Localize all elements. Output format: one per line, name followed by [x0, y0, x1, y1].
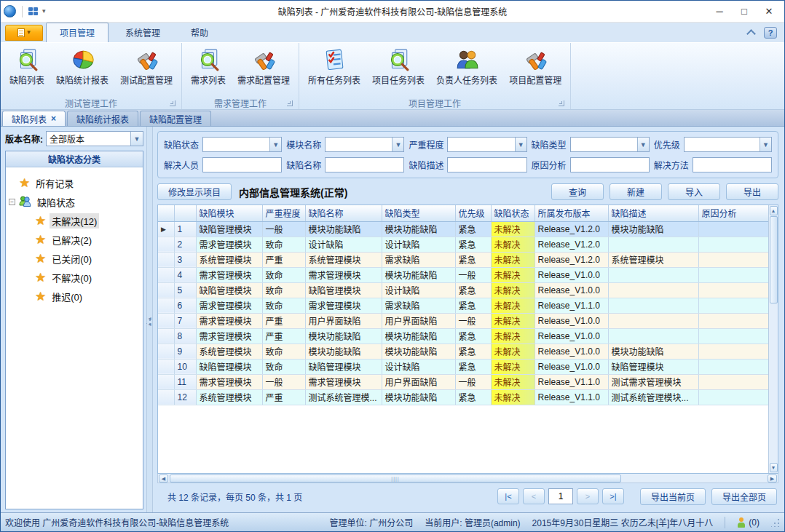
cell-status[interactable]: 未解决 [491, 344, 534, 359]
row-indicator[interactable] [158, 252, 174, 267]
cell-module[interactable]: 需求管理模块 [196, 267, 262, 282]
cell-severity[interactable]: 严重 [262, 313, 305, 328]
scrollbar-thumb[interactable] [770, 216, 778, 303]
cell-module[interactable]: 需求管理模块 [196, 313, 262, 328]
cell-type[interactable]: 设计缺陷 [382, 237, 455, 252]
cell-severity[interactable]: 致命 [262, 282, 305, 298]
export-current-page-button[interactable]: 导出当前页 [640, 488, 706, 505]
cell-priority[interactable]: 一般 [455, 267, 491, 282]
tree-item-all-records[interactable]: ★ 所有记录 [9, 173, 140, 192]
row-number[interactable]: 1 [174, 221, 196, 237]
col-header-priority[interactable]: 优先级 [455, 205, 491, 221]
cell-desc[interactable] [608, 298, 698, 313]
cell-status[interactable]: 未解决 [491, 282, 534, 298]
cell-type[interactable]: 设计缺陷 [382, 359, 455, 374]
filter-text-input[interactable] [326, 159, 403, 171]
cell-priority[interactable]: 紧急 [455, 344, 491, 359]
cell-severity[interactable]: 严重 [262, 389, 305, 405]
cell-type[interactable]: 设计缺陷 [382, 282, 455, 298]
application-menu-button[interactable]: ▾ [5, 25, 43, 41]
row-number[interactable]: 10 [174, 359, 196, 374]
row-number[interactable]: 8 [174, 328, 196, 344]
test-config-button[interactable]: 测试配置管理 [116, 46, 177, 96]
message-indicator[interactable]: (0) [737, 517, 760, 528]
project-config-button[interactable]: 项目配置管理 [505, 46, 566, 96]
help-icon[interactable]: ? [764, 27, 777, 39]
cell-cause[interactable] [698, 267, 768, 282]
cell-release[interactable]: Release_V1.1.0 [534, 389, 608, 405]
cell-module[interactable]: 缺陷管理模块 [196, 359, 262, 374]
cell-status[interactable]: 未解决 [491, 267, 534, 282]
resize-grip[interactable] [771, 518, 780, 527]
row-indicator[interactable] [158, 344, 174, 359]
filter-select[interactable]: ▼ [570, 137, 650, 152]
cell-priority[interactable]: 一般 [455, 374, 491, 389]
cell-severity[interactable]: 致命 [262, 267, 305, 282]
collapse-ribbon-icon[interactable] [746, 29, 757, 36]
cell-release[interactable]: Release_V1.2.0 [534, 221, 608, 237]
close-button[interactable]: ✕ [757, 3, 781, 20]
cell-release[interactable]: Release_V1.1.0 [534, 298, 608, 313]
chevron-down-icon[interactable]: ▼ [637, 138, 649, 151]
col-header-cause[interactable]: 原因分析 [698, 205, 768, 221]
cell-severity[interactable]: 致命 [262, 298, 305, 313]
cell-name[interactable]: 模块功能缺陷 [305, 221, 382, 237]
table-row[interactable]: 10缺陷管理模块致命缺陷管理模块设计缺陷紧急未解决Release_V1.0.0缺… [158, 359, 768, 374]
cell-module[interactable]: 需求管理模块 [196, 237, 262, 252]
filter-select[interactable]: ▼ [684, 137, 772, 152]
doc-tab-defect-report[interactable]: 缺陷统计报表 [67, 111, 138, 126]
filter-input[interactable] [447, 157, 526, 172]
table-row[interactable]: 5缺陷管理模块致命缺陷管理模块设计缺陷紧急未解决Release_V1.0.0 [158, 282, 768, 298]
layout-icon[interactable] [28, 7, 38, 15]
row-indicator[interactable]: ▶ [158, 221, 174, 237]
cell-priority[interactable]: 紧急 [455, 282, 491, 298]
project-tasks-button[interactable]: 项目任务列表 [368, 46, 429, 96]
table-row[interactable]: 11需求管理模块一般需求管理模块用户界面缺陷一般未解决Release_V1.1.… [158, 374, 768, 389]
cell-name[interactable]: 系统管理模块 [305, 252, 382, 267]
import-button[interactable]: 导入 [668, 183, 720, 200]
scroll-left-icon[interactable]: ◀ [159, 475, 168, 483]
filter-text-input[interactable] [326, 138, 392, 151]
cell-desc[interactable] [608, 313, 698, 328]
cell-release[interactable]: Release_V1.0.0 [534, 359, 608, 374]
filter-text-input[interactable] [693, 159, 771, 171]
row-number[interactable]: 2 [174, 237, 196, 252]
cell-type[interactable]: 需求缺陷 [382, 298, 455, 313]
first-page-button[interactable]: |< [497, 488, 519, 504]
row-indicator[interactable] [158, 237, 174, 252]
cell-release[interactable]: Release_V1.0.0 [534, 313, 608, 328]
tree-item-closed[interactable]: ★ 已关闭(0) [9, 249, 140, 268]
cell-type[interactable]: 模块功能缺陷 [382, 221, 455, 237]
doc-tab-defect-config[interactable]: 缺陷配置管理 [140, 111, 211, 126]
defect-report-button[interactable]: 缺陷统计报表 [52, 46, 113, 96]
cell-priority[interactable]: 紧急 [455, 221, 491, 237]
cell-status[interactable]: 未解决 [491, 359, 534, 374]
owner-tasks-button[interactable]: 负责人任务列表 [432, 46, 502, 96]
cell-module[interactable]: 系统管理模块 [196, 344, 262, 359]
cell-desc[interactable] [608, 328, 698, 344]
cell-severity[interactable]: 一般 [262, 221, 305, 237]
cell-severity[interactable]: 严重 [262, 252, 305, 267]
cell-status[interactable]: 未解决 [491, 313, 534, 328]
cell-type[interactable]: 模块功能缺陷 [382, 344, 455, 359]
row-indicator[interactable] [158, 282, 174, 298]
row-indicator[interactable] [158, 374, 174, 389]
cell-module[interactable]: 需求管理模块 [196, 374, 262, 389]
filter-input[interactable] [202, 157, 282, 172]
page-number-input[interactable] [548, 488, 573, 504]
cell-severity[interactable]: 致命 [262, 344, 305, 359]
cell-release[interactable]: Release_V1.2.0 [534, 237, 608, 252]
cell-release[interactable]: Release_V1.0.0 [534, 267, 608, 282]
cell-severity[interactable]: 致命 [262, 237, 305, 252]
cell-priority[interactable]: 紧急 [455, 389, 491, 405]
close-tab-icon[interactable]: × [51, 114, 56, 124]
cell-severity[interactable]: 致命 [262, 359, 305, 374]
row-indicator[interactable] [158, 389, 174, 405]
filter-select[interactable]: ▼ [447, 137, 526, 152]
prev-page-button[interactable]: < [523, 488, 545, 504]
cell-cause[interactable] [698, 389, 768, 405]
row-indicator[interactable] [158, 359, 174, 374]
table-row[interactable]: 6需求管理模块致命需求管理模块需求缺陷紧急未解决Release_V1.1.0 [158, 298, 768, 313]
dialog-launcher-icon[interactable] [287, 100, 293, 106]
cell-status[interactable]: 未解决 [491, 237, 534, 252]
